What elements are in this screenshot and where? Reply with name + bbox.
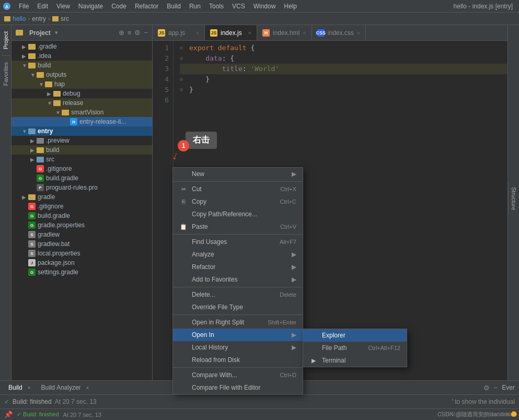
tree-item-idea[interactable]: ▶ .idea <box>11 51 152 61</box>
breadcrumb-src[interactable]: src <box>61 15 69 22</box>
menu-copy[interactable]: ⎘ Copy Ctrl+C <box>173 195 303 208</box>
build-tab-close-analyzer[interactable]: × <box>86 385 89 391</box>
menu-vcs[interactable]: VCS <box>228 2 249 11</box>
side-tab-separator <box>2 55 10 56</box>
watermark: CSDN @随遇而安的dandelion🌼 <box>440 411 517 418</box>
context-menu[interactable]: New ▶ ✂ Cut Ctrl+X ⎘ Copy Ctrl+C Copy Pa… <box>172 167 303 394</box>
tree-item-proguard[interactable]: P proguard-rules.pro <box>11 183 152 192</box>
tab-close-index-js[interactable]: × <box>248 30 251 36</box>
tree-item-hap[interactable]: ▼ hap <box>11 79 152 89</box>
cut-icon: ✂ <box>179 185 188 193</box>
tree-item-gradlew-bat[interactable]: S gradlew.bat <box>11 239 152 249</box>
menu-tools[interactable]: Tools <box>205 2 228 11</box>
sidebar-item-project[interactable]: Project <box>1 27 11 53</box>
menu-open-right-split[interactable]: Open in Right Split Shift+Enter <box>173 316 303 329</box>
menu-open-in[interactable]: Open In ▶ Explorer File Path Ctrl+Alt+F1… <box>173 329 303 341</box>
tree-item-release[interactable]: ▼ release <box>11 98 152 108</box>
terminal-icon: ▶ <box>309 356 318 365</box>
tree-item-gradle-folder[interactable]: ▶ gradle <box>11 192 152 202</box>
menu-code[interactable]: Code <box>107 2 131 11</box>
tree-item-entry-gitignore[interactable]: G .gitignore <box>11 164 152 173</box>
tree-item-root-gitignore[interactable]: G .gitignore <box>11 202 152 211</box>
menu-separator-4 <box>173 314 303 315</box>
filepath-shortcut: Ctrl+Alt+F12 <box>368 345 400 351</box>
tree-item-settings-gradle[interactable]: G settings.gradle <box>11 267 152 277</box>
build-settings-icon[interactable]: ⚙ <box>483 384 490 392</box>
panel-dropdown[interactable]: ▾ <box>55 29 58 36</box>
tab-index-css[interactable]: CSS index.css × <box>312 25 366 40</box>
tree-item-debug[interactable]: ▶ debug <box>11 89 152 98</box>
tree-item-gradlew[interactable]: S gradlew <box>11 230 152 239</box>
menu-cut[interactable]: ✂ Cut Ctrl+X <box>173 183 303 195</box>
css-tab-icon: CSS <box>317 29 325 37</box>
menu-edit[interactable]: Edit <box>33 2 52 11</box>
tree-item-gradle-properties[interactable]: G gradle.properties <box>11 220 152 230</box>
status-pin-icon[interactable]: 📌 <box>4 411 13 418</box>
panel-minimize-icon[interactable]: − <box>144 29 148 37</box>
tree-item-package-json[interactable]: J package.json <box>11 258 152 267</box>
build-tab-analyzer[interactable]: Build Analyzer <box>37 383 85 392</box>
submenu-file-path[interactable]: File Path Ctrl+Alt+F12 <box>303 342 407 354</box>
menu-navigate[interactable]: Navigate <box>74 2 107 11</box>
tree-item-root-build-gradle[interactable]: G build.gradle <box>11 211 152 220</box>
panel-header: Project ▾ ⊕ ≡ ⚙ − <box>11 25 152 41</box>
hap-file-icon: H <box>70 118 77 125</box>
breadcrumb-entry[interactable]: entry <box>32 15 46 22</box>
tree-item-src[interactable]: ▶ src <box>11 155 152 164</box>
paste-shortcut: Ctrl+V <box>280 224 296 230</box>
menu-compare-with[interactable]: Compare With... Ctrl+D <box>173 369 303 381</box>
folder-icon <box>53 100 61 106</box>
tree-item-local-properties[interactable]: S local.properties <box>11 249 152 258</box>
paste-icon: 📋 <box>179 223 188 231</box>
menu-refactor[interactable]: Refactor <box>131 2 163 11</box>
build-tab-build[interactable]: Build <box>4 383 27 392</box>
tab-close-index-css[interactable]: × <box>357 30 360 36</box>
menu-local-history[interactable]: Local History ▶ <box>173 341 303 354</box>
tree-item-entry-build[interactable]: ▶ build <box>11 145 152 155</box>
tree-item-entry-release[interactable]: H entry-release-li... <box>11 117 152 126</box>
breadcrumb-hello[interactable]: hello <box>13 15 26 22</box>
panel-collapse-icon[interactable]: ≡ <box>128 29 132 37</box>
panel-settings-icon[interactable]: ⚙ <box>134 29 141 37</box>
menu-window[interactable]: Window <box>249 2 280 11</box>
tree-item-entry-build-gradle[interactable]: G build.gradle <box>11 173 152 183</box>
menu-help[interactable]: Help <box>280 2 301 11</box>
panel-toolbar: ⊕ ≡ ⚙ − <box>119 29 148 37</box>
build-minus-icon[interactable]: − <box>494 384 498 392</box>
code-line-6 <box>180 95 508 106</box>
menu-file[interactable]: File <box>15 2 33 11</box>
menu-build[interactable]: Build <box>163 2 185 11</box>
tree-item-build-root[interactable]: ▼ build <box>11 61 152 70</box>
menu-find-usages[interactable]: Find Usages Alt+F7 <box>173 236 303 248</box>
menu-override-filetype[interactable]: Override File Type <box>173 301 303 313</box>
menu-delete[interactable]: Delete... Delete <box>173 288 303 301</box>
tab-app-js[interactable]: JS app.js × <box>153 25 205 40</box>
menu-compare-editor[interactable]: Compare File with Editor <box>173 381 303 394</box>
sidebar-item-favorites[interactable]: Favorites <box>1 58 11 90</box>
menu-paste[interactable]: 📋 Paste Ctrl+V <box>173 220 303 233</box>
tab-index-hml[interactable]: H index.hml × <box>257 25 312 40</box>
tree-item-entry[interactable]: ▼ entry <box>11 126 152 136</box>
sidebar-item-structure[interactable]: Structure <box>508 183 519 215</box>
menu-refactor[interactable]: Refactor ▶ <box>173 261 303 273</box>
folder-icon <box>37 157 44 162</box>
menu-new[interactable]: New ▶ <box>173 168 303 180</box>
submenu-terminal[interactable]: ▶ Terminal <box>303 354 407 367</box>
tree-item-outputs[interactable]: ▼ outputs <box>11 70 152 79</box>
tab-close-index-hml[interactable]: × <box>303 30 306 36</box>
tree-item-smartvision[interactable]: ▼ smartVision <box>11 108 152 117</box>
tree-item-preview[interactable]: ▶ .preview <box>11 136 152 145</box>
submenu-explorer[interactable]: Explorer <box>303 329 407 342</box>
menu-add-favorites[interactable]: Add to Favorites ▶ <box>173 273 303 286</box>
tree-item-gradle-hidden[interactable]: ▶ .gradle <box>11 42 152 51</box>
menu-copy-path[interactable]: Copy Path/Reference... <box>173 208 303 220</box>
tab-index-js[interactable]: JS index.js × <box>205 25 257 40</box>
favorites-arrow: ▶ <box>292 276 296 283</box>
menu-run[interactable]: Run <box>185 2 205 11</box>
menu-view[interactable]: View <box>52 2 74 11</box>
tab-close-app-js[interactable]: × <box>196 30 199 36</box>
menu-analyze[interactable]: Analyze ▶ <box>173 248 303 261</box>
build-tab-close-build[interactable]: × <box>28 385 31 391</box>
panel-locate-icon[interactable]: ⊕ <box>119 29 124 37</box>
menu-reload-disk[interactable]: Reload from Disk <box>173 354 303 366</box>
